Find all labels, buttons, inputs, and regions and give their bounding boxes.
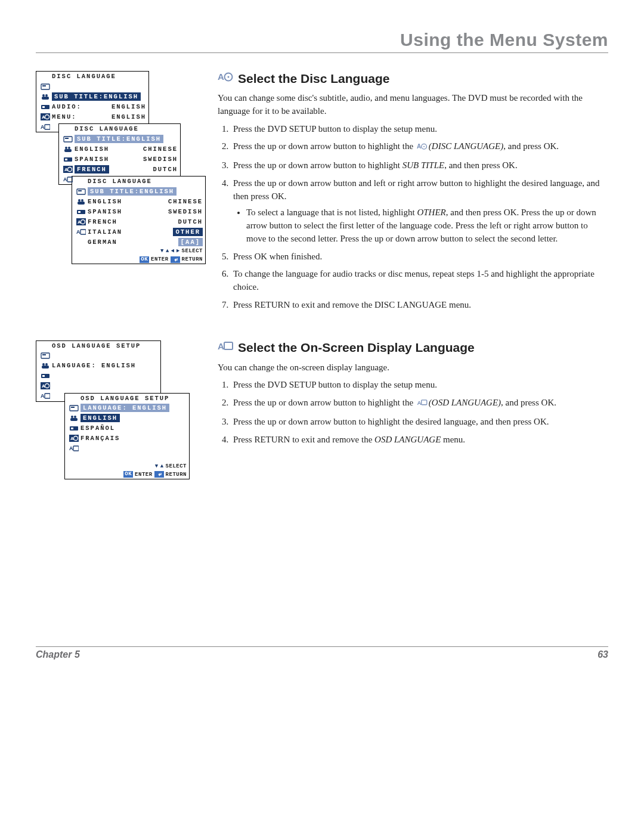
disc-language-icon bbox=[218, 71, 233, 86]
section-heading-text: Select the Disc Language bbox=[238, 72, 389, 86]
section-osd-language: OSD LANGUAGE SETUP LANGUAGE: ENGLISH OSD… bbox=[36, 340, 608, 479]
steps-list: Press the DVD SETUP button to display th… bbox=[218, 123, 608, 312]
osd-value: SWEDISH bbox=[168, 208, 203, 215]
section-heading: Select the Disc Language bbox=[218, 71, 608, 86]
osd-highlight: SUB TITLE:ENGLISH bbox=[75, 135, 163, 143]
osd-value: SPANISH bbox=[75, 156, 109, 163]
audio-icon bbox=[61, 156, 75, 163]
card-icon bbox=[39, 352, 52, 359]
osd-value: SPANISH bbox=[88, 208, 122, 215]
card-icon bbox=[39, 83, 52, 90]
osd-label: LANGUAGE: bbox=[52, 362, 97, 369]
page-title: Using the Menu System bbox=[36, 30, 608, 50]
osd-value: GERMAN bbox=[88, 239, 117, 246]
osd-highlight: OTHER bbox=[173, 228, 203, 236]
osd-value: CHINESE bbox=[143, 145, 178, 153]
osd-title: OSD LANGUAGE SETUP bbox=[80, 395, 169, 402]
osd-value: ENGLISH bbox=[101, 362, 136, 369]
step: Press the up or down arrow button to hig… bbox=[231, 159, 608, 172]
return-icon bbox=[154, 471, 164, 478]
page-footer: Chapter 5 63 bbox=[36, 646, 608, 660]
step-text: Press RETURN to exit and remove the bbox=[233, 435, 374, 444]
osd-value: ENGLISH bbox=[112, 113, 146, 120]
step-italic: (OSD LANGUAGE) bbox=[429, 398, 501, 407]
osd-footer-label: SELECT bbox=[182, 248, 203, 254]
step: Press OK when finished. bbox=[231, 250, 608, 264]
osd-value: DUTCH bbox=[178, 218, 203, 225]
step-italic: (DISC LANGUAGE) bbox=[429, 141, 503, 151]
step-text: menu. bbox=[441, 435, 465, 444]
step: Press the up or down arrow button to hig… bbox=[231, 140, 608, 154]
osd-value: ENGLISH bbox=[88, 198, 122, 205]
osd-language-icon bbox=[218, 340, 233, 355]
section-intro: You can change the on-screen display lan… bbox=[218, 361, 608, 374]
disc-icon bbox=[67, 435, 80, 442]
osd-highlight: LANGUAGE: ENGLISH bbox=[80, 404, 169, 412]
osd-value: ENGLISH bbox=[75, 145, 109, 153]
step: Press the DVD SETUP button to display th… bbox=[231, 379, 608, 392]
osd-value: SWEDISH bbox=[143, 156, 178, 163]
osd-value: CHINESE bbox=[168, 198, 203, 205]
osd-title: DISC LANGUAGE bbox=[88, 178, 152, 185]
people-icon bbox=[67, 414, 80, 422]
step-text: Press the up or down arrow button and le… bbox=[233, 178, 599, 201]
disc-icon bbox=[61, 166, 75, 173]
page-number: 63 bbox=[597, 649, 608, 660]
step-text: , and then press OK. bbox=[444, 160, 517, 170]
down-arrow-icon: ▼ bbox=[155, 463, 159, 469]
down-arrow-icon: ▼ bbox=[160, 248, 164, 254]
section-disc-language: DISC LANGUAGE SUB TITLE:ENGLISH AUDIO:EN… bbox=[36, 71, 608, 317]
audio-icon bbox=[75, 208, 88, 215]
disc-icon bbox=[39, 382, 52, 389]
step: Press RETURN to exit and remove the OSD … bbox=[231, 433, 608, 447]
card-icon bbox=[67, 404, 80, 411]
audio-icon bbox=[39, 103, 52, 110]
up-arrow-icon: ▲ bbox=[160, 463, 164, 469]
osd-icon bbox=[39, 123, 52, 131]
osd-footer-label: RETURN bbox=[182, 256, 203, 262]
osd-value: ITALIAN bbox=[88, 228, 122, 236]
osd-footer: OK ENTER RETURN bbox=[72, 255, 205, 264]
osd-icon bbox=[75, 228, 88, 236]
disc-language-inline-icon bbox=[417, 141, 428, 154]
osd-footer: ▼ ▲ SELECT bbox=[65, 462, 189, 470]
figure-osd-language: OSD LANGUAGE SETUP LANGUAGE: ENGLISH OSD… bbox=[36, 340, 206, 479]
chapter-label: Chapter 5 bbox=[36, 649, 80, 660]
step: Press RETURN to exit and remove the DISC… bbox=[231, 299, 608, 312]
step-text: , and press OK. bbox=[503, 141, 559, 151]
osd-icon bbox=[61, 176, 75, 183]
osd-value: DUTCH bbox=[153, 166, 178, 173]
osd-footer: OK ENTER RETURN bbox=[65, 470, 189, 479]
osd-footer-label: RETURN bbox=[166, 472, 187, 478]
step-italic: SUB TITLE bbox=[402, 160, 444, 170]
osd-title: DISC LANGUAGE bbox=[75, 125, 139, 132]
disc-icon bbox=[39, 113, 52, 120]
osd-panel-3: DISC LANGUAGE SUB TITLE:ENGLISH ENGLISHC… bbox=[72, 176, 206, 264]
step-text: , and press OK. bbox=[501, 398, 556, 407]
osd-footer-label: SELECT bbox=[166, 463, 187, 469]
ok-tag: OK bbox=[140, 256, 149, 263]
card-icon bbox=[75, 188, 88, 195]
osd-title: OSD LANGUAGE SETUP bbox=[52, 342, 141, 349]
osd-value: FRANÇAIS bbox=[80, 435, 120, 442]
step-italic: OSD LANGUAGE bbox=[374, 435, 441, 444]
osd-panel-2: OSD LANGUAGE SETUP LANGUAGE: ENGLISH ENG… bbox=[64, 393, 190, 479]
section-intro: You can change some disc's subtitle, aud… bbox=[218, 92, 608, 118]
step-italic: OTHER bbox=[417, 208, 445, 217]
audio-icon bbox=[39, 372, 52, 379]
people-icon bbox=[75, 198, 88, 205]
step: Press the DVD SETUP button to display th… bbox=[231, 123, 608, 136]
osd-icon bbox=[39, 392, 52, 400]
step-text: Press the up or down arrow button to hig… bbox=[233, 141, 416, 151]
sub-step: To select a language that is not listed,… bbox=[246, 206, 608, 245]
section-heading-text: Select the On-Screen Display Language bbox=[238, 340, 475, 355]
figure-disc-language: DISC LANGUAGE SUB TITLE:ENGLISH AUDIO:EN… bbox=[36, 71, 206, 264]
people-icon bbox=[39, 93, 52, 100]
return-icon bbox=[171, 256, 180, 263]
disc-icon bbox=[75, 218, 88, 225]
step: Press the up or down arrow button and le… bbox=[231, 177, 608, 246]
step-text: To select a language that is not listed,… bbox=[246, 208, 417, 217]
osd-title: DISC LANGUAGE bbox=[52, 73, 116, 80]
osd-language-inline-icon bbox=[417, 398, 428, 411]
left-arrow-icon: ◄ bbox=[171, 248, 175, 254]
